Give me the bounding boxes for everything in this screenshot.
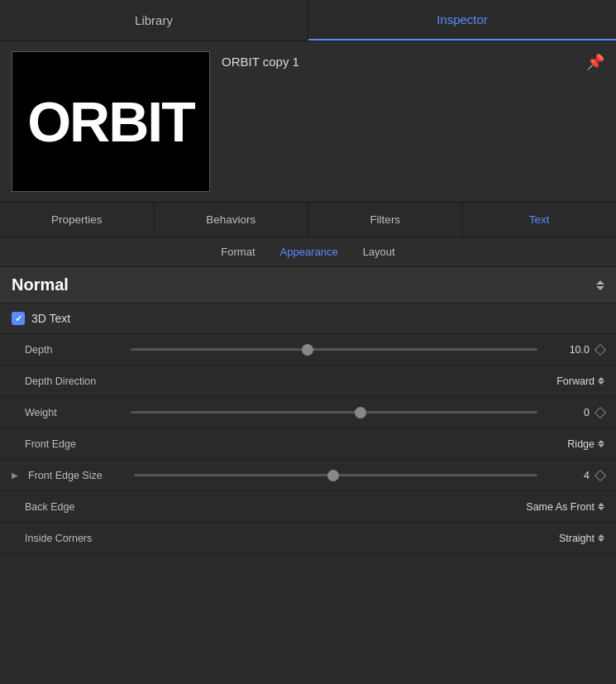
front-edge-size-value: 4 xyxy=(544,470,590,481)
stepper-up-arrow[interactable] xyxy=(596,280,604,285)
pin-icon[interactable]: 📌 xyxy=(586,53,604,71)
top-tab-bar: Library Inspector xyxy=(0,0,616,41)
front-edge-arrows[interactable] xyxy=(598,440,604,447)
normal-label: Normal xyxy=(12,275,69,294)
back-edge-down[interactable] xyxy=(598,507,604,510)
tab-behaviors[interactable]: Behaviors xyxy=(155,203,309,237)
depth-direction-arrows[interactable] xyxy=(598,377,604,385)
format-tab-layout[interactable]: Layout xyxy=(363,246,395,258)
inside-corners-dropdown[interactable]: Straight xyxy=(559,533,604,544)
front-edge-size-label: Front Edge Size xyxy=(28,470,127,481)
back-edge-arrows[interactable] xyxy=(598,503,604,510)
preview-orbit-text: ORBIT xyxy=(27,89,194,154)
back-edge-dropdown[interactable]: Same As Front xyxy=(526,501,604,513)
normal-stepper[interactable] xyxy=(596,280,604,290)
tab-text[interactable]: Text xyxy=(463,203,617,237)
tab-properties[interactable]: Properties xyxy=(0,203,155,237)
weight-slider-thumb[interactable] xyxy=(355,407,366,419)
3d-text-label: 3D Text xyxy=(31,312,70,325)
format-tab-format[interactable]: Format xyxy=(221,246,255,258)
depth-value: 10.0 xyxy=(544,344,590,356)
front-edge-size-diamond[interactable] xyxy=(595,469,606,481)
inside-corners-down[interactable] xyxy=(598,538,604,542)
property-rows: Depth 10.0 Depth Direction Forward Weigh… xyxy=(0,334,616,554)
inside-corners-arrows[interactable] xyxy=(598,534,604,542)
depth-direction-up[interactable] xyxy=(598,377,604,380)
depth-direction-dropdown[interactable]: Forward xyxy=(556,375,604,387)
back-edge-row: Back Edge Same As Front xyxy=(0,491,616,523)
sub-tab-bar: Properties Behaviors Filters Text xyxy=(0,203,616,237)
inside-corners-up[interactable] xyxy=(598,534,604,538)
depth-direction-row: Depth Direction Forward xyxy=(0,366,616,397)
front-edge-size-slider[interactable] xyxy=(134,474,537,476)
format-tab-bar: Format Appearance Layout xyxy=(0,237,616,267)
preview-thumbnail: ORBIT xyxy=(12,51,210,192)
tab-inspector[interactable]: Inspector xyxy=(308,0,616,41)
weight-label: Weight xyxy=(25,407,124,419)
depth-slider-thumb[interactable] xyxy=(302,344,313,356)
front-edge-size-row: ▶ Front Edge Size 4 xyxy=(0,460,616,491)
front-edge-label: Front Edge xyxy=(25,438,124,450)
format-tab-appearance[interactable]: Appearance xyxy=(280,246,338,258)
depth-slider[interactable] xyxy=(131,348,537,351)
tab-filters[interactable]: Filters xyxy=(308,203,463,237)
preview-info: ORBIT copy 1 xyxy=(222,51,604,69)
depth-direction-label: Depth Direction xyxy=(25,375,124,387)
depth-row: Depth 10.0 xyxy=(0,334,616,366)
inside-corners-value: Straight xyxy=(559,533,595,544)
back-edge-up[interactable] xyxy=(598,503,604,506)
front-edge-size-thumb[interactable] xyxy=(327,470,339,481)
depth-direction-value: Forward xyxy=(556,375,595,387)
weight-row: Weight 0 xyxy=(0,397,616,428)
inside-corners-label: Inside Corners xyxy=(25,533,124,544)
front-edge-down[interactable] xyxy=(598,444,604,447)
depth-keyframe-diamond[interactable] xyxy=(595,343,606,355)
front-edge-up[interactable] xyxy=(598,440,604,443)
weight-slider[interactable] xyxy=(131,411,537,414)
depth-label: Depth xyxy=(25,344,124,356)
front-edge-row: Front Edge Ridge xyxy=(0,428,616,460)
3d-text-checkbox[interactable] xyxy=(12,312,25,325)
front-edge-dropdown[interactable]: Ridge xyxy=(567,438,604,450)
back-edge-value: Same As Front xyxy=(526,501,595,513)
inside-corners-row: Inside Corners Straight xyxy=(0,523,616,554)
tab-library[interactable]: Library xyxy=(0,0,308,41)
weight-keyframe-diamond[interactable] xyxy=(595,406,606,418)
preview-title: ORBIT copy 1 xyxy=(222,55,604,69)
depth-direction-down[interactable] xyxy=(598,381,604,385)
3d-text-row: 3D Text xyxy=(0,304,616,334)
normal-selector-row: Normal xyxy=(0,267,616,304)
stepper-down-arrow[interactable] xyxy=(596,286,604,290)
preview-area: ORBIT ORBIT copy 1 📌 xyxy=(0,41,616,203)
weight-value: 0 xyxy=(544,407,590,419)
front-edge-size-collapse-arrow[interactable]: ▶ xyxy=(12,471,18,480)
back-edge-label: Back Edge xyxy=(25,501,124,513)
front-edge-value: Ridge xyxy=(567,438,595,450)
